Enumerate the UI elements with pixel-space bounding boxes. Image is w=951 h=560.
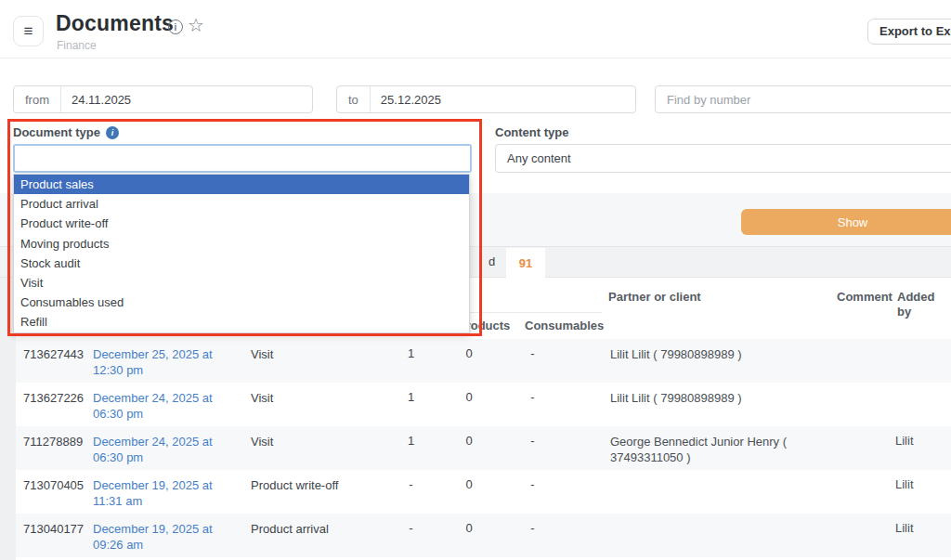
date-to-input[interactable]: to 25.12.2025 xyxy=(336,85,636,113)
dropdown-option[interactable]: Product write-off xyxy=(14,214,469,233)
document-date-link[interactable]: December 25, 2025 at 12:30 pm xyxy=(93,347,213,377)
date-to-value: 25.12.2025 xyxy=(371,93,451,107)
hidden-count-cell: - xyxy=(390,477,432,491)
table-row: 711278889 December 24, 2025 at 06:30 pm … xyxy=(0,426,951,470)
hidden-count-cell: 1 xyxy=(390,390,432,404)
document-type-search-input[interactable] xyxy=(13,144,472,173)
info-icon[interactable]: i xyxy=(168,20,183,34)
star-icon[interactable]: ☆ xyxy=(188,14,204,36)
partner-or-client-cell: Lilit Lilit ( 79980898989 ) xyxy=(559,346,838,362)
column-header-added-by: Added by xyxy=(897,290,945,319)
table-row: 713627443 December 25, 2025 at 12:30 pm … xyxy=(0,339,951,383)
document-type-cell: Visit xyxy=(251,390,390,406)
partner-or-client-cell: George Bennedict Junior Henry ( 37493311… xyxy=(559,434,838,465)
document-type-info-icon[interactable]: i xyxy=(106,126,119,139)
document-type-cell: Product arrival xyxy=(251,521,390,537)
document-type-label: Document type i xyxy=(13,125,119,139)
products-count-cell: 0 xyxy=(432,390,506,404)
dropdown-option[interactable]: Visit xyxy=(14,273,469,293)
dropdown-option[interactable]: Moving products xyxy=(14,234,469,254)
document-type-cell: Visit xyxy=(251,346,390,362)
document-type-cell: Product write-off xyxy=(251,477,390,493)
added-by-cell: Lilit xyxy=(895,521,946,535)
export-to-excel-button[interactable]: Export to Excel xyxy=(867,19,951,45)
column-header-comment: Comment xyxy=(837,290,892,304)
table-row: 713627226 December 24, 2025 at 06:30 pm … xyxy=(0,383,951,426)
hidden-tab-label-fragment: d xyxy=(489,254,495,268)
page-title: Documents xyxy=(56,11,174,36)
dropdown-option[interactable]: Refill xyxy=(14,312,469,332)
hidden-count-cell: 1 xyxy=(390,434,432,448)
column-header-consumables: Consumables xyxy=(525,319,604,332)
date-from-input[interactable]: from 24.11.2025 xyxy=(13,85,313,113)
document-date-link[interactable]: December 19, 2025 at 09:26 am xyxy=(93,522,213,552)
added-by-cell: Lilit xyxy=(895,434,946,448)
dropdown-option[interactable]: Product sales xyxy=(14,175,469,194)
date-from-label: from xyxy=(14,86,61,112)
dropdown-option[interactable]: Stock audit xyxy=(14,254,469,273)
document-date-link[interactable]: December 19, 2025 at 11:31 am xyxy=(93,478,213,508)
content-type-label: Content type xyxy=(495,125,568,139)
hidden-count-cell: - xyxy=(390,521,432,535)
products-count-cell: 0 xyxy=(432,346,506,360)
breadcrumb-finance: Finance xyxy=(57,39,97,52)
column-header-partner: Partner or client xyxy=(608,290,701,304)
document-number: 713627226 xyxy=(23,390,93,406)
consumables-count-cell: - xyxy=(506,477,559,491)
document-number: 713627443 xyxy=(23,346,93,362)
products-count-cell: 0 xyxy=(432,477,506,491)
products-count-cell: 0 xyxy=(432,521,506,535)
date-from-value: 24.11.2025 xyxy=(61,93,141,107)
table-row: 713040177 December 19, 2025 at 09:26 am … xyxy=(0,514,951,557)
show-button[interactable]: Show xyxy=(741,209,951,235)
menu-icon[interactable]: ≡ xyxy=(13,16,44,46)
document-type-cell: Visit xyxy=(251,434,390,449)
products-count-cell: 0 xyxy=(432,434,506,448)
hidden-count-cell: 1 xyxy=(390,346,432,360)
added-by-cell: Lilit xyxy=(895,477,946,491)
document-date-link[interactable]: December 24, 2025 at 06:30 pm xyxy=(93,435,213,464)
consumables-count-cell: - xyxy=(506,390,559,404)
table-row: 713070405 December 19, 2025 at 11:31 am … xyxy=(0,470,951,514)
content-type-select[interactable]: Any content xyxy=(495,144,951,173)
document-number: 713040177 xyxy=(23,521,93,537)
document-type-dropdown-list: Product salesProduct arrivalProduct writ… xyxy=(13,174,470,333)
dropdown-option[interactable]: Consumables used xyxy=(14,293,469,312)
date-to-label: to xyxy=(337,86,371,112)
document-number: 711278889 xyxy=(23,434,93,449)
document-number: 713070405 xyxy=(23,477,93,493)
header-divider xyxy=(0,58,951,59)
dropdown-option[interactable]: Product arrival xyxy=(14,194,469,214)
partner-or-client-cell: Lilit Lilit ( 79980898989 ) xyxy=(559,390,838,406)
find-by-number-input[interactable]: Find by number xyxy=(655,85,951,113)
consumables-count-cell: - xyxy=(506,434,559,448)
table-body: 713627443 December 25, 2025 at 12:30 pm … xyxy=(0,339,951,557)
consumables-count-cell: - xyxy=(506,346,559,360)
tab-count-badge[interactable]: 91 xyxy=(506,248,545,278)
documents-page: ≡ Documents i ☆ Finance Export to Excel … xyxy=(0,0,951,560)
consumables-count-cell: - xyxy=(506,521,559,535)
document-date-link[interactable]: December 24, 2025 at 06:30 pm xyxy=(93,391,213,421)
